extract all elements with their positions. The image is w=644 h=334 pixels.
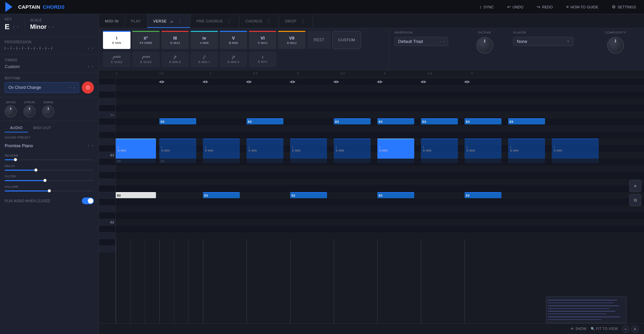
- tab-midi-in[interactable]: MIDI IN: [99, 14, 125, 28]
- show-button[interactable]: 👁 SHOW: [571, 327, 587, 331]
- chord-block-6[interactable]: i E MIN: [334, 138, 371, 159]
- play-audio-toggle[interactable]: [82, 198, 94, 204]
- timing-next-button[interactable]: ›: [91, 63, 94, 69]
- inversion-select[interactable]: Default Triad ‹ ›: [394, 37, 448, 46]
- tab-play[interactable]: PLAY: [125, 14, 147, 28]
- note-e3-6[interactable]: E3: [465, 118, 501, 124]
- zoom-out-button[interactable]: −: [622, 325, 629, 333]
- chord-btn-isus4[interactable]: isus4 E SUS4: [132, 52, 160, 67]
- add-note-button[interactable]: +: [629, 180, 641, 192]
- space-knob[interactable]: [5, 105, 17, 117]
- preset-prev-button[interactable]: ‹: [87, 143, 90, 149]
- chord-btn-imaj[interactable]: I E MAJ: [249, 52, 276, 67]
- scale-next-button[interactable]: ›: [52, 24, 55, 30]
- custom-button[interactable]: CUSTOM: [332, 31, 361, 49]
- tab-pre-chorus[interactable]: PRE CHORUS ⋮: [191, 14, 239, 28]
- zoom-in-button[interactable]: +: [631, 325, 639, 333]
- verse-cloud-icon[interactable]: ☁: [169, 18, 174, 23]
- note-g2-8[interactable]: [421, 159, 458, 163]
- chord-block-11[interactable]: i E MIN: [552, 138, 599, 159]
- drop-menu-icon[interactable]: ⋮: [299, 18, 307, 24]
- chord-block-2[interactable]: i E MIN: [159, 138, 196, 159]
- note-e3-4[interactable]: E3: [377, 118, 414, 124]
- chorus-menu-icon[interactable]: ⋮: [265, 18, 273, 24]
- note-g2-10[interactable]: [508, 159, 545, 163]
- playhead-arrows-5[interactable]: ◀ ▶: [333, 79, 339, 84]
- rest-button[interactable]: REST: [307, 31, 331, 49]
- chord-block-1[interactable]: i E MIN: [116, 138, 156, 159]
- reverb-slider[interactable]: [5, 159, 94, 160]
- complexity-knob[interactable]: [607, 37, 624, 54]
- chord-block-8[interactable]: i E MIN: [421, 138, 458, 159]
- chord-btn-isus2[interactable]: isus2 E SUS2: [103, 52, 130, 67]
- pre-chorus-menu-icon[interactable]: ⋮: [225, 18, 233, 24]
- note-e3-5[interactable]: E3: [421, 118, 458, 124]
- volume-thumb[interactable]: [48, 189, 51, 192]
- chord-btn-i7[interactable]: i7 E MIN 7: [191, 52, 218, 67]
- scale-prev-button[interactable]: ‹: [48, 24, 51, 30]
- octave-knob[interactable]: [476, 37, 493, 54]
- chord-block-5[interactable]: i E MIN: [290, 138, 327, 159]
- rhythm-prev-button[interactable]: ‹: [69, 85, 71, 91]
- note-e2-3[interactable]: E2: [290, 192, 327, 198]
- playhead-arrows-3[interactable]: ◀ ▶: [246, 79, 252, 84]
- chord-block-9[interactable]: i E MIN: [465, 138, 501, 159]
- note-g2-3[interactable]: [203, 159, 240, 163]
- fit-to-view-button[interactable]: 🔍 FIT TO VIEW: [591, 327, 618, 331]
- note-g2-6[interactable]: [334, 159, 371, 163]
- inversion-next[interactable]: ›: [443, 39, 444, 44]
- chord-btn-i6[interactable]: i6 E MIN 6: [161, 52, 189, 67]
- playhead-arrows-7[interactable]: ◀ ▶: [420, 79, 426, 84]
- chord-block-7[interactable]: i E MIN: [377, 138, 414, 159]
- swing-knob[interactable]: [42, 105, 54, 117]
- note-g2-4[interactable]: [247, 159, 283, 163]
- note-e3-3[interactable]: E3: [334, 118, 371, 124]
- preset-next-button[interactable]: ›: [91, 143, 94, 149]
- note-g2-9[interactable]: [465, 159, 501, 163]
- chord-block-3[interactable]: i E MIN: [203, 138, 240, 159]
- chord-btn-i[interactable]: i E MIN: [103, 31, 130, 49]
- note-g2-2[interactable]: G2: [159, 159, 196, 163]
- playhead-arrows-2[interactable]: ◀ ▶: [202, 79, 208, 84]
- note-e3-2[interactable]: E3: [247, 118, 283, 124]
- inversion-prev[interactable]: ‹: [440, 39, 441, 44]
- timing-prev-button[interactable]: ‹: [87, 63, 90, 69]
- audio-tab[interactable]: AUDIO: [5, 124, 28, 132]
- rhythm-next-button[interactable]: ›: [73, 85, 75, 91]
- note-g2-5[interactable]: [290, 159, 327, 163]
- midi-out-tab[interactable]: MIDI OUT: [28, 124, 57, 132]
- chord-btn-i9[interactable]: i9 E MIN 9: [220, 52, 247, 67]
- key-prev-button[interactable]: ‹: [12, 24, 15, 30]
- copy-button[interactable]: ⧉: [629, 194, 641, 206]
- delay-thumb[interactable]: [34, 168, 38, 172]
- note-e2-2[interactable]: E2: [203, 192, 240, 198]
- filter-thumb[interactable]: [43, 179, 47, 182]
- note-e2-4[interactable]: E2: [377, 192, 414, 198]
- reverb-thumb[interactable]: [14, 158, 17, 161]
- chord-btn-vii[interactable]: VII D MAJ: [278, 31, 306, 49]
- chord-btn-iii[interactable]: III G MAJ: [161, 31, 189, 49]
- roll-canvas[interactable]: ◀ ▶ ◀ ▶ ◀ ▶ ◀ ▶: [116, 78, 644, 323]
- progression-next-button[interactable]: ›: [91, 45, 94, 51]
- howto-button[interactable]: ≡ HOW-TO GUIDE: [564, 3, 601, 11]
- chord-block-10[interactable]: i E MIN: [508, 138, 545, 159]
- delay-slider[interactable]: [5, 170, 94, 171]
- verse-menu-icon[interactable]: ⋮: [176, 18, 184, 24]
- chord-btn-iv[interactable]: iv A MIN: [191, 31, 218, 49]
- playhead-arrows-6[interactable]: ◀ ▶: [377, 79, 383, 84]
- flavor-select[interactable]: None ▼: [513, 37, 574, 46]
- settings-button[interactable]: ⚙ SETTINGS: [609, 3, 639, 11]
- chord-btn-vi[interactable]: VI C MAJ: [249, 31, 276, 49]
- playhead-arrows-1[interactable]: ◀ ▶: [159, 79, 165, 84]
- chord-block-4[interactable]: i E MIN: [247, 138, 283, 159]
- chord-btn-ii-dim[interactable]: ii° F# DIM5: [132, 31, 160, 49]
- note-e2-1[interactable]: E2: [116, 192, 156, 198]
- note-e3-7[interactable]: E3: [508, 118, 545, 124]
- note-g2-1[interactable]: G2: [116, 159, 156, 163]
- tab-verse[interactable]: VERSE ☁ ⋮: [147, 14, 191, 28]
- note-e2-5[interactable]: E2: [465, 192, 501, 198]
- record-button[interactable]: [82, 81, 94, 94]
- note-g2-7[interactable]: [377, 159, 414, 163]
- chord-btn-v[interactable]: V B MIN: [220, 31, 247, 49]
- playhead-arrows-4[interactable]: ◀ ▶: [289, 79, 296, 84]
